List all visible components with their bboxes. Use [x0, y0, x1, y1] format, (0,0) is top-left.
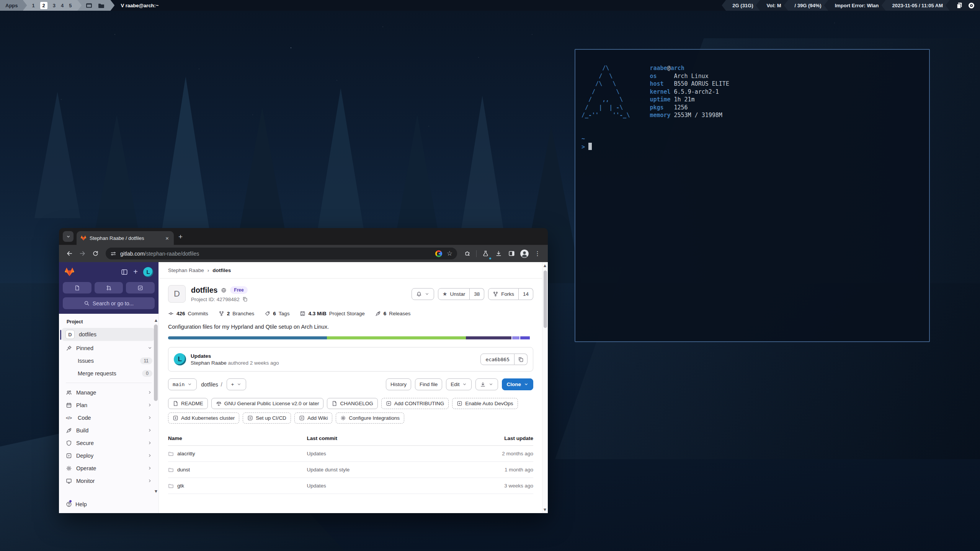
commit-message[interactable]: Updates: [307, 451, 476, 456]
star-count[interactable]: 38: [470, 288, 484, 300]
new-tab-button[interactable]: +: [178, 233, 183, 241]
site-info-icon[interactable]: [110, 251, 116, 257]
sidebar-item-help[interactable]: Help: [59, 496, 158, 513]
sidebar-item-operate[interactable]: Operate: [59, 462, 158, 474]
commit-message[interactable]: Updates: [307, 483, 476, 489]
scrollbar-thumb[interactable]: [544, 271, 547, 328]
reload-button[interactable]: [90, 248, 101, 259]
forks-button[interactable]: Forks: [488, 288, 519, 300]
sidebar-item-merge-requests[interactable]: Merge requests 0: [59, 367, 158, 380]
commit-author-avatar[interactable]: L: [174, 353, 186, 365]
sidebar-scroll-up-arrow[interactable]: ▲: [155, 318, 157, 322]
issues-shortcut-button[interactable]: [63, 282, 91, 293]
sidebar-item-dotfiles[interactable]: D dotfiles: [62, 328, 155, 341]
edit-button[interactable]: Edit: [446, 378, 472, 390]
clone-button[interactable]: Clone: [502, 378, 533, 390]
notifications-button[interactable]: [412, 288, 434, 300]
readme-badge[interactable]: README: [168, 398, 208, 409]
extensions-button[interactable]: [462, 248, 473, 259]
user-avatar[interactable]: L: [143, 267, 153, 277]
page-scrollbar[interactable]: ▲ ▼: [542, 262, 548, 513]
window-icon[interactable]: [86, 2, 92, 9]
breadcrumb-parent[interactable]: Stephan Raabe: [168, 267, 204, 273]
stat-storage[interactable]: 4.3 MiB Project Storage: [300, 311, 364, 316]
add-file-button[interactable]: +: [227, 378, 247, 390]
address-bar[interactable]: gitlab.com/stephan-raabe/dotfiles ☆: [106, 248, 457, 259]
sidebar-item-secure[interactable]: Secure: [59, 437, 158, 449]
copy-sha-button[interactable]: [514, 354, 528, 365]
repo-path-name[interactable]: dotfiles: [201, 381, 218, 388]
sidebar-item-code[interactable]: </> Code: [59, 411, 158, 424]
experiments-button[interactable]: [480, 248, 491, 259]
license-badge[interactable]: GNU General Public License v2.0 or later: [211, 398, 324, 409]
stat-branches[interactable]: 2 Branches: [219, 311, 255, 316]
file-name[interactable]: gtk: [177, 483, 184, 489]
commit-message[interactable]: Update dunst style: [307, 467, 476, 473]
create-new-button[interactable]: +: [133, 267, 138, 276]
changelog-badge[interactable]: CHANGELOG: [327, 398, 377, 409]
back-button[interactable]: [64, 248, 75, 259]
download-source-button[interactable]: [475, 378, 498, 390]
workspace-5[interactable]: 5: [69, 3, 72, 8]
workspace-2-active[interactable]: 2: [40, 2, 47, 9]
table-row-alacritty[interactable]: alacritty Updates 2 months ago: [168, 446, 533, 462]
sidebar-scroll-down-arrow[interactable]: ▼: [155, 489, 157, 493]
sidebar-toggle-icon[interactable]: [121, 269, 128, 276]
language-bar[interactable]: [168, 336, 533, 339]
add-wiki-badge[interactable]: Add Wiki: [294, 412, 332, 424]
scroll-down-arrow[interactable]: ▼: [544, 508, 546, 512]
google-logo-icon[interactable]: [435, 250, 442, 257]
workspace-1[interactable]: 1: [32, 3, 35, 8]
sidebar-scrollbar-thumb[interactable]: [154, 324, 158, 401]
terminal-window[interactable]: /\ / \ /\ \ / \ / ,, \ / | | -\ /_-'' ''…: [575, 49, 930, 342]
sidebar-item-issues[interactable]: Issues 11: [59, 354, 158, 367]
file-name[interactable]: dunst: [177, 467, 190, 473]
column-header-name[interactable]: Name: [168, 435, 182, 441]
add-contributing-badge[interactable]: Add CONTRIBUTING: [381, 398, 449, 409]
folder-icon[interactable]: [98, 2, 105, 9]
add-kubernetes-badge[interactable]: Add Kubernetes cluster: [168, 412, 239, 424]
scroll-up-arrow[interactable]: ▲: [544, 264, 546, 267]
setup-cicd-badge[interactable]: Set up CI/CD: [243, 412, 291, 424]
workspace-4[interactable]: 4: [61, 3, 64, 8]
find-file-button[interactable]: Find file: [415, 378, 442, 390]
browser-tab-active[interactable]: Stephan Raabe / dotfiles ×: [77, 231, 174, 245]
todos-shortcut-button[interactable]: [126, 282, 155, 293]
copy-icon[interactable]: [242, 297, 248, 302]
file-name[interactable]: alacritty: [177, 451, 195, 456]
merge-requests-shortcut-button[interactable]: [95, 282, 123, 293]
power-icon[interactable]: [968, 2, 975, 9]
apps-button[interactable]: Apps: [0, 0, 27, 11]
gitlab-logo[interactable]: [64, 267, 75, 277]
breadcrumb-current[interactable]: dotfiles: [212, 267, 231, 273]
tab-close-icon[interactable]: ×: [164, 235, 170, 241]
workspace-3[interactable]: 3: [53, 3, 56, 8]
fork-count[interactable]: 14: [519, 288, 533, 300]
configure-integrations-badge[interactable]: Configure Integrations: [336, 412, 404, 424]
sidebar-item-manage[interactable]: Manage: [59, 386, 158, 399]
sidebar-item-monitor[interactable]: Monitor: [59, 474, 158, 487]
clipboard-icon[interactable]: [956, 2, 963, 9]
stat-commits[interactable]: 426 Commits: [168, 311, 208, 316]
branch-selector[interactable]: main: [168, 378, 197, 390]
tab-search-button[interactable]: [63, 231, 74, 242]
history-button[interactable]: History: [386, 378, 411, 390]
profile-button[interactable]: [519, 248, 530, 259]
commit-author[interactable]: Stephan Raabe: [191, 360, 227, 366]
unstar-button[interactable]: ★ Unstar: [438, 288, 470, 300]
browser-menu-button[interactable]: ⋮: [532, 248, 543, 259]
sidebar-item-plan[interactable]: Plan: [59, 399, 158, 411]
commit-title[interactable]: Updates: [191, 353, 279, 359]
sidebar-item-pinned[interactable]: Pinned: [59, 342, 158, 354]
side-panel-button[interactable]: [506, 248, 517, 259]
sidebar-item-deploy[interactable]: Deploy: [59, 449, 158, 462]
table-row-gtk[interactable]: gtk Updates 3 weeks ago: [168, 478, 533, 494]
enable-autodevops-badge[interactable]: Enable Auto DevOps: [452, 398, 518, 409]
table-row-dunst[interactable]: dunst Update dunst style 1 month ago: [168, 462, 533, 478]
sidebar-item-build[interactable]: Build: [59, 424, 158, 437]
forward-button[interactable]: [77, 248, 88, 259]
bookmark-star-icon[interactable]: ☆: [447, 249, 452, 258]
stat-releases[interactable]: 6 Releases: [375, 311, 411, 316]
search-input[interactable]: Search or go to...: [63, 297, 155, 309]
volume-widget[interactable]: Vol: M: [756, 0, 788, 11]
